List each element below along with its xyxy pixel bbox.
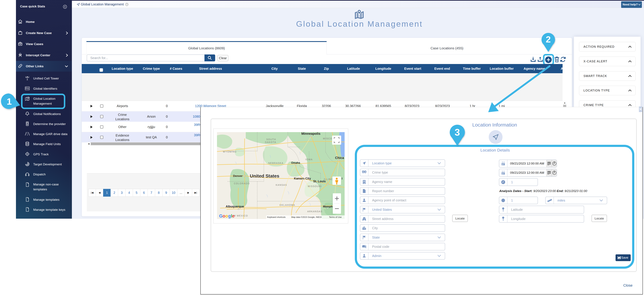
- svg-text:3: 3: [455, 127, 460, 138]
- svg-text:I: I: [342, 177, 342, 180]
- svg-text:2: 2: [546, 34, 551, 44]
- svg-text:Kansas City: Kansas City: [294, 177, 311, 180]
- svg-text:United States: United States: [250, 174, 279, 178]
- svg-text:Omaha: Omaha: [291, 162, 300, 164]
- svg-text:WYOMING: WYOMING: [223, 150, 237, 153]
- svg-text:Denver: Denver: [233, 174, 243, 178]
- svg-text:OKLAHOMA: OKLAHOMA: [280, 204, 295, 206]
- svg-text:W MEXICO: W MEXICO: [234, 214, 248, 217]
- svg-text:KANSAS: KANSAS: [276, 184, 287, 186]
- svg-text:DAKOTA: DAKOTA: [265, 141, 276, 144]
- svg-text:IOWA: IOWA: [305, 158, 313, 161]
- svg-text:WISCO: WISCO: [323, 137, 332, 140]
- svg-text:SOUTH: SOUTH: [266, 138, 276, 141]
- svg-text:St. Louis: St. Louis: [313, 180, 326, 183]
- svg-text:Terms of Use: Terms of Use: [329, 216, 342, 218]
- svg-text:o: o: [225, 214, 228, 218]
- svg-text:1: 1: [6, 96, 12, 106]
- svg-text:COLORADO: COLORADO: [234, 182, 250, 185]
- svg-text:Map data ©2023 Google, INEGI: Map data ©2023 Google, INEGI: [291, 216, 322, 218]
- svg-text:Keyboard shortcuts: Keyboard shortcuts: [267, 216, 286, 218]
- svg-text:Chica: Chica: [335, 156, 344, 160]
- svg-text:o: o: [222, 214, 225, 218]
- svg-text:Minneapolis: Minneapolis: [301, 132, 320, 136]
- svg-text:Memphi: Memphi: [323, 205, 334, 208]
- svg-text:e: e: [232, 214, 234, 218]
- svg-text:Albuquerque: Albuquerque: [226, 205, 244, 208]
- svg-text:G: G: [219, 214, 222, 218]
- svg-text:MISSOURI: MISSOURI: [308, 185, 322, 188]
- svg-text:NEBRASKA: NEBRASKA: [268, 162, 284, 164]
- svg-text:ARKANSAS: ARKANSAS: [307, 210, 322, 213]
- svg-text:g: g: [228, 214, 231, 218]
